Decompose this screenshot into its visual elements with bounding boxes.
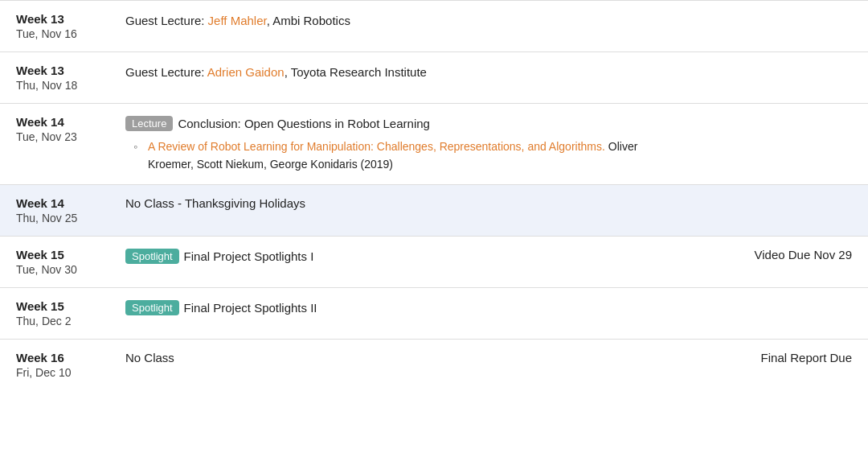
bullet-list: A Review of Robot Learning for Manipulat… [125, 138, 678, 174]
table-row: Week 14Tue, Nov 23LectureConclusion: Ope… [0, 104, 868, 185]
table-row: Week 15Tue, Nov 30SpotlightFinal Project… [0, 237, 868, 288]
week-label: Week 13 [16, 12, 100, 26]
table-row: Week 13Thu, Nov 18Guest Lecture: Adrien … [0, 52, 868, 104]
spotlight-badge: Spotlight [125, 249, 179, 264]
week-col: Week 15Thu, Dec 2 [0, 288, 113, 340]
date-label: Thu, Dec 2 [16, 315, 100, 327]
table-row: Week 13Tue, Nov 16Guest Lecture: Jeff Ma… [0, 1, 868, 52]
date-label: Fri, Dec 10 [16, 366, 100, 379]
date-label: Tue, Nov 23 [16, 130, 100, 143]
spotlight-title: Final Project Spotlights II [184, 301, 317, 315]
lecture-title: Conclusion: Open Questions in Robot Lear… [178, 117, 430, 130]
content-col: LectureConclusion: Open Questions in Rob… [113, 104, 691, 185]
guest-text: Guest Lecture: Jeff Mahler, Ambi Robotic… [125, 14, 350, 27]
content-col: No Class [113, 340, 691, 391]
week-label: Week 14 [16, 115, 100, 129]
due-col [691, 104, 868, 185]
no-class-text: No Class - Thanksgiving Holidays [125, 196, 305, 210]
table-row: Week 15Thu, Dec 2SpotlightFinal Project … [0, 288, 868, 340]
week-label: Week 15 [16, 299, 100, 313]
date-label: Thu, Nov 18 [16, 79, 100, 92]
content-col: SpotlightFinal Project Spotlights I [113, 237, 691, 288]
week-label: Week 13 [16, 64, 100, 77]
week-col: Week 15Tue, Nov 30 [0, 237, 113, 288]
spotlight-title: Final Project Spotlights I [184, 249, 314, 263]
content-col: Guest Lecture: Adrien Gaidon, Toyota Res… [113, 52, 691, 104]
paper-link[interactable]: A Review of Robot Learning for Manipulat… [148, 140, 605, 153]
due-col: Final Report Due [691, 340, 868, 391]
due-col [691, 288, 868, 340]
no-class-text: No Class [125, 351, 174, 364]
week-label: Week 15 [16, 248, 100, 261]
date-label: Thu, Nov 25 [16, 212, 100, 224]
due-col [691, 52, 868, 104]
table-row: Week 14Thu, Nov 25No Class - Thanksgivin… [0, 185, 868, 237]
lecture-line: LectureConclusion: Open Questions in Rob… [125, 115, 678, 131]
week-label: Week 16 [16, 351, 100, 364]
guest-link[interactable]: Jeff Mahler [208, 14, 267, 27]
due-col [691, 185, 868, 237]
due-col: Video Due Nov 29 [691, 237, 868, 288]
week-col: Week 14Tue, Nov 23 [0, 104, 113, 185]
spotlight-badge: Spotlight [125, 300, 179, 315]
lecture-badge: Lecture [125, 116, 173, 131]
table-row: Week 16Fri, Dec 10No ClassFinal Report D… [0, 340, 868, 391]
date-label: Tue, Nov 16 [16, 27, 100, 40]
due-col [691, 1, 868, 52]
content-col: Guest Lecture: Jeff Mahler, Ambi Robotic… [113, 1, 691, 52]
content-col: SpotlightFinal Project Spotlights II [113, 288, 691, 340]
week-col: Week 14Thu, Nov 25 [0, 185, 113, 237]
guest-link[interactable]: Adrien Gaidon [207, 65, 285, 79]
guest-text: Guest Lecture: Adrien Gaidon, Toyota Res… [125, 65, 427, 79]
schedule-table: Week 13Tue, Nov 16Guest Lecture: Jeff Ma… [0, 0, 868, 390]
week-col: Week 16Fri, Dec 10 [0, 340, 113, 391]
week-label: Week 14 [16, 196, 100, 210]
week-col: Week 13Tue, Nov 16 [0, 1, 113, 52]
content-col: No Class - Thanksgiving Holidays [113, 185, 691, 237]
bullet-item: A Review of Robot Learning for Manipulat… [133, 138, 678, 174]
week-col: Week 13Thu, Nov 18 [0, 52, 113, 104]
date-label: Tue, Nov 30 [16, 263, 100, 276]
